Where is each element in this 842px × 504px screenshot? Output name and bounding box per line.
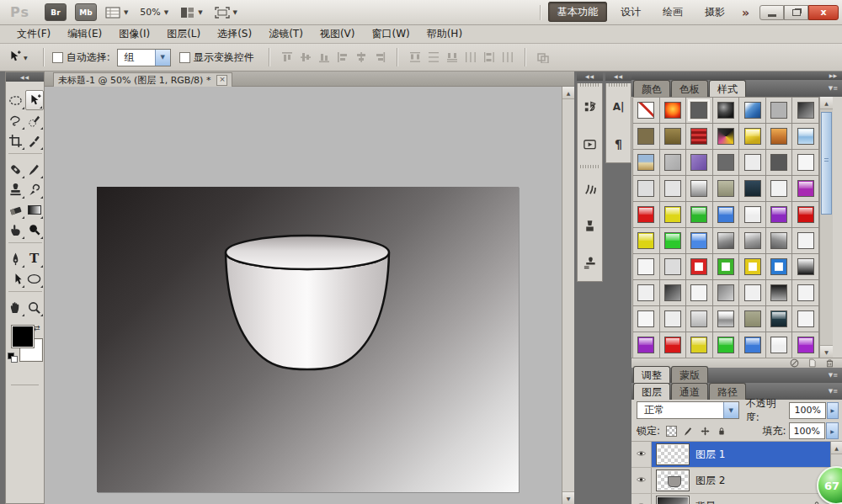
workspace-overflow-button[interactable]: » [742,6,749,19]
crop-tool[interactable] [7,130,25,151]
style-swatch[interactable] [686,176,713,202]
scroll-up-icon[interactable]: ▲ [820,97,833,109]
menu-item-layer[interactable]: 图层(L) [158,25,209,43]
style-swatch[interactable] [766,98,793,124]
distribute-right-edges-button[interactable] [499,50,516,64]
eyedropper-tool[interactable] [25,130,44,151]
menu-item-window[interactable]: 窗口(W) [363,25,418,43]
collapse-panels-button[interactable]: ◀◀ [605,72,632,81]
layer-thumbnail[interactable] [657,444,689,464]
style-swatch[interactable] [713,150,740,176]
collapse-tools-button[interactable]: ◀◀ [6,72,44,82]
expand-dock-button[interactable]: ▶▶ [829,72,837,78]
style-swatch[interactable] [739,202,766,228]
style-swatch[interactable] [633,280,660,306]
workspace-tab-photography[interactable]: 摄影 [696,3,733,21]
style-swatch[interactable] [633,150,660,176]
foreground-color-swatch[interactable] [12,326,34,347]
ellipse-shape-tool[interactable] [25,268,44,289]
workspace-tab-design[interactable]: 设计 [612,3,649,21]
close-document-icon[interactable]: × [216,75,227,86]
layer-thumbnail[interactable] [657,496,689,504]
style-swatch[interactable] [686,124,713,150]
distribute-top-edges-button[interactable] [407,50,424,64]
style-swatch[interactable] [686,202,713,228]
menu-item-select[interactable]: 选择(S) [209,25,260,43]
bridge-button[interactable]: Br [45,3,67,21]
style-swatch[interactable] [739,332,766,358]
auto-align-layers-button[interactable] [535,50,552,64]
gradient-tool[interactable] [25,199,44,220]
brushes-panel-button[interactable] [578,170,602,207]
layer-row[interactable]: 图层 1 [632,442,830,468]
layer-row[interactable]: 背景 [632,494,830,504]
style-swatch[interactable] [792,332,819,358]
dodge-tool[interactable] [25,220,44,240]
style-swatch[interactable] [739,124,766,150]
style-swatch[interactable] [713,254,740,280]
quick-selection-tool[interactable] [25,110,44,130]
menu-item-file[interactable]: 文件(F) [8,25,59,43]
style-swatch[interactable] [686,98,713,124]
screen-mode-button[interactable]: ▼ [215,7,237,19]
layer-thumbnail[interactable] [657,470,689,491]
move-tool[interactable] [25,90,44,110]
type-tool[interactable]: T [25,248,44,268]
layer-visibility-toggle[interactable] [632,468,652,493]
fill-slider-button[interactable]: ▶ [826,422,839,439]
style-swatch[interactable] [660,124,687,150]
panel-tab-adjustments[interactable]: 调整 [633,366,670,383]
workspace-tab-painting[interactable]: 绘画 [654,3,691,21]
panel-tab-color[interactable]: 颜色 [633,80,670,97]
history-panel-button[interactable] [578,88,602,125]
style-swatch[interactable] [739,98,766,124]
adjustments-panel-menu-button[interactable]: ▼≡ [829,372,838,379]
align-left-edges-button[interactable] [334,50,351,64]
style-swatch[interactable] [660,280,687,306]
layer-row[interactable]: 图层 2 [632,468,830,494]
swap-colors-icon[interactable]: ⇄ [34,324,40,332]
auto-select-dropdown[interactable]: 组 ▼ [117,49,171,66]
opacity-input[interactable]: 100% [789,402,825,419]
style-swatch[interactable] [792,280,819,306]
panel-tab-channels[interactable]: 通道 [671,383,708,400]
styles-panel-menu-button[interactable]: ▼≡ [829,85,838,92]
canvas-area[interactable]: ▲ ▼ [45,87,574,504]
style-swatch[interactable] [686,306,713,332]
panel-tab-layers[interactable]: 图层 [633,383,670,400]
style-swatch[interactable] [766,228,793,254]
style-swatch[interactable] [766,150,793,176]
style-swatch[interactable] [686,254,713,280]
layers-panel-menu-button[interactable]: ▼≡ [829,388,838,395]
eraser-tool[interactable] [7,199,25,220]
menu-item-view[interactable]: 视图(V) [312,25,364,43]
style-swatch[interactable] [792,150,819,176]
style-swatch[interactable] [792,254,819,280]
view-extras-button[interactable]: ▼ [105,7,128,19]
mini-bridge-button[interactable]: Mb [75,3,97,21]
path-selection-tool[interactable] [7,268,25,289]
style-swatch[interactable] [686,228,713,254]
style-swatch[interactable] [686,150,713,176]
style-swatch[interactable] [739,176,766,202]
auto-select-checkbox[interactable] [52,52,63,63]
opacity-slider-button[interactable]: ▶ [827,402,839,419]
tool-presets-panel-button[interactable] [578,207,602,244]
spot-healing-tool[interactable] [7,159,25,179]
paragraph-panel-button[interactable]: ¶ [606,125,631,162]
style-swatch[interactable] [766,176,793,202]
style-swatch[interactable] [633,306,660,332]
style-swatch[interactable] [713,332,740,358]
style-swatch[interactable] [766,332,793,358]
style-swatch[interactable] [633,254,660,280]
align-top-edges-button[interactable] [279,50,296,64]
style-swatch[interactable] [713,280,740,306]
distribute-left-edges-button[interactable] [462,50,479,64]
menu-item-filter[interactable]: 滤镜(T) [260,25,312,43]
panel-tab-paths[interactable]: 路径 [709,383,746,400]
style-swatch[interactable] [766,306,793,332]
style-swatch[interactable] [713,228,740,254]
style-swatch[interactable] [660,306,687,332]
style-swatch[interactable] [766,124,793,150]
style-swatch[interactable] [633,228,660,254]
